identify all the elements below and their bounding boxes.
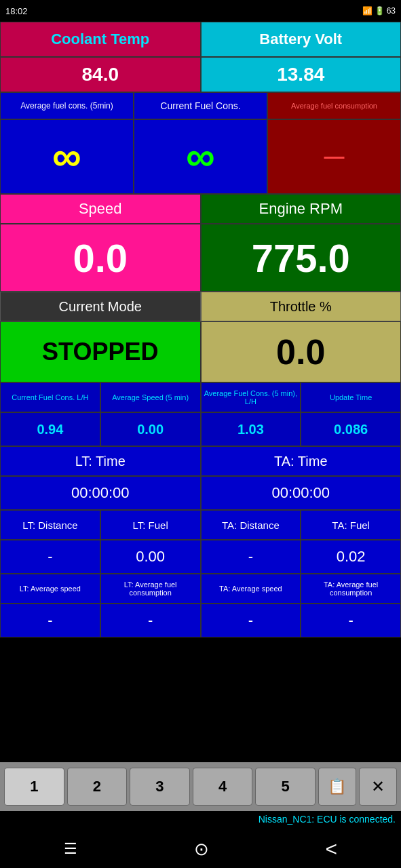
ta-time-label: TA: Time [201,446,402,476]
time-value-row: 00:00:00 00:00:00 [0,476,401,510]
list-icon-button[interactable]: 📋 [318,768,356,806]
dist-fuel-value-row: - 0.00 - 0.02 [0,540,401,574]
speed-rpm-header-row: Speed Engine RPM [0,194,401,224]
tab-5[interactable]: 5 [255,768,316,806]
list-icon: 📋 [328,778,346,795]
rpm-label: Engine RPM [201,194,402,224]
nav-home-icon[interactable]: ⊙ [194,839,209,860]
lt-time-label: LT: Time [0,446,201,476]
ta-time-value: 00:00:00 [201,476,402,510]
avg-fuel-dash: — [267,119,401,194]
infinity-icon-yellow: ∞ [52,136,81,177]
throttle-value: 0.0 [201,321,402,382]
battery-label: Battery Volt [201,22,402,57]
mode-label: Current Mode [0,292,201,321]
stat-update-time-val: 0.086 [301,412,401,446]
android-nav-bar: ☰ ⊙ < [0,830,401,868]
mode-throttle-value-row: STOPPED 0.0 [0,321,401,382]
infinity-icon-green: ∞ [186,136,215,177]
battery-level: 63 [387,6,396,16]
cur-fuel-cons-label: Current Fuel Cons. [134,92,267,119]
coolant-value: 84.0 [0,57,201,92]
close-icon: ✕ [371,777,385,796]
dash-icon: — [324,145,345,168]
bottom-tabs: 1 2 3 4 5 📋 ✕ [0,762,401,811]
rpm-value: 775.0 [201,224,402,292]
tab-4[interactable]: 4 [193,768,253,806]
time-header-row: LT: Time TA: Time [0,446,401,476]
status-bar: 18:02 📶 🔋 63 [0,0,401,22]
ta-avg-speed-label: TA: Average speed [201,574,301,604]
avg-fuel-cons-label: Average fuel cons. (5min) [0,92,134,119]
ta-fuel-label: TA: Fuel [301,510,401,540]
speed-rpm-value-row: 0.0 775.0 [0,224,401,292]
lt-fuel-label: LT: Fuel [100,510,201,540]
nav-menu-icon[interactable]: ☰ [64,840,77,858]
cur-fuel-infinity: ∞ [134,119,267,194]
nav-back-icon[interactable]: < [326,837,338,861]
fuel-value-row: ∞ ∞ — [0,119,401,194]
tab-3[interactable]: 3 [130,768,190,806]
stat-avg-fuel-val: 1.03 [201,412,301,446]
status-icons: 📶 🔋 63 [362,6,396,16]
battery-icon: 🔋 [375,6,385,16]
lt-fuel-value: 0.00 [100,540,201,574]
fuel-header-row: Average fuel cons. (5min) Current Fuel C… [0,92,401,119]
avg-value-row: - - - - [0,604,401,637]
ta-avg-speed-value: - [201,604,301,637]
lt-avg-speed-value: - [0,604,100,637]
ta-fuel-value: 0.02 [301,540,401,574]
avg-header-row: LT: Average speed LT: Average fuel consu… [0,574,401,604]
sensor-header-row: Coolant Temp Battery Volt [0,22,401,57]
throttle-label: Throttle % [201,292,402,321]
lt-avg-fuel-value: - [100,604,201,637]
stat-avg-speed-val: 0.00 [100,412,201,446]
stat-cur-fuel-val: 0.94 [0,412,100,446]
battery-value: 13.84 [201,57,402,92]
coolant-label: Coolant Temp [0,22,201,57]
ta-distance-value: - [201,540,301,574]
sensor-value-row: 84.0 13.84 [0,57,401,92]
stat-avg-speed-label: Average Speed (5 min) [100,382,201,412]
stats-header-row: Current Fuel Cons. L/H Average Speed (5 … [0,382,401,412]
stat-cur-fuel-label: Current Fuel Cons. L/H [0,382,100,412]
dist-fuel-header-row: LT: Distance LT: Fuel TA: Distance TA: F… [0,510,401,540]
ta-distance-label: TA: Distance [201,510,301,540]
lt-distance-value: - [0,540,100,574]
lt-time-value: 00:00:00 [0,476,201,510]
tab-2[interactable]: 2 [67,768,128,806]
stats-value-row: 0.94 0.00 1.03 0.086 [0,412,401,446]
lt-avg-fuel-label: LT: Average fuel consumption [100,574,201,604]
avg-fuel-infinity: ∞ [0,119,134,194]
stat-avg-fuel-label: Average Fuel Cons. (5 min), L/H [201,382,301,412]
avg-fuel-cons-label2: Average fuel consumption [267,92,401,119]
status-time: 18:02 [5,6,28,16]
lt-distance-label: LT: Distance [0,510,100,540]
speed-value: 0.0 [0,224,201,292]
stat-update-time-label: Update Time [301,382,401,412]
status-message: Nissan_NC1: ECU is connected. [0,811,401,830]
close-button[interactable]: ✕ [359,768,397,806]
signal-icon: 📶 [362,6,373,16]
ta-avg-fuel-label: TA: Average fuel consumption [301,574,401,604]
tab-1[interactable]: 1 [4,768,64,806]
mode-value: STOPPED [0,321,201,382]
lt-avg-speed-label: LT: Average speed [0,574,100,604]
mode-throttle-header-row: Current Mode Throttle % [0,292,401,321]
ta-avg-fuel-value: - [301,604,401,637]
main-grid: Coolant Temp Battery Volt 84.0 13.84 Ave… [0,22,401,762]
speed-label: Speed [0,194,201,224]
